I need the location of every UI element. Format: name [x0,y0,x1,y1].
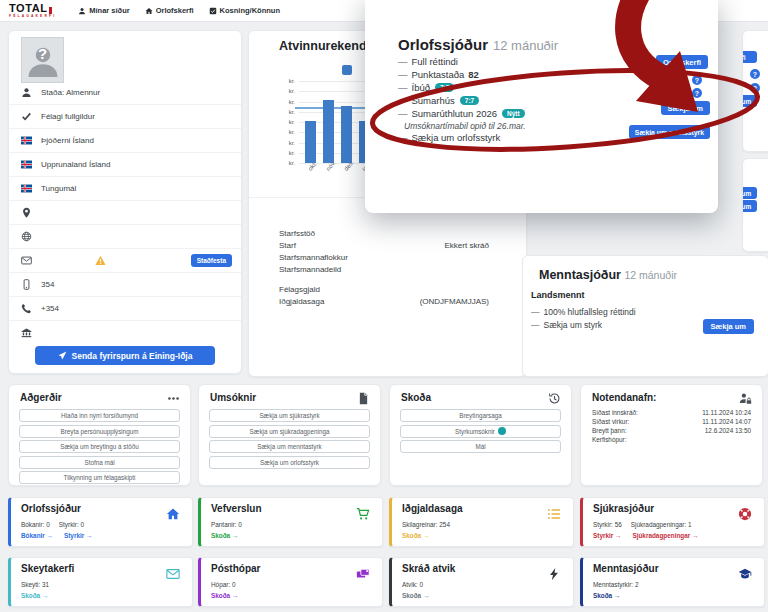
action-button[interactable]: Stofna mál [19,456,180,469]
person-icon [21,87,32,98]
user-row: Breytt þann:12.6.2024 13:50 [592,427,751,436]
detail-label: Starfsstöð [279,229,315,241]
logo-text: TOTAL [9,3,56,14]
stat-link[interactable]: Skoða → [211,592,238,599]
nav-item-kosning-konnun[interactable]: Kosning/Könnun [209,6,280,15]
action-button[interactable]: Hlaða inn nýrri forsíðumynd [19,409,180,422]
profile-row: Staða: Almennur [9,81,241,104]
stat-link[interactable]: Sjúkradagpeningar → [632,532,698,539]
action-button-label: Sækja um sjúkrastyrk [259,412,319,419]
profile-row: Félagi fullgildur [9,104,241,128]
location-pin-icon [21,207,32,218]
stat-links: Skoða → [211,532,249,539]
action-button-label: Breyta persónuupplýsingum [60,428,138,435]
help-icon[interactable]: ? [692,75,702,85]
stat-pair: Skilagreinar: 254 [402,521,450,528]
action-button-label: Mál [475,443,485,450]
popup-row: —Full réttindi [398,55,628,68]
stat-card-skeytakerfi: SkeytakerfiSkeyti: 31Skoða → [8,557,193,607]
verify-email-button[interactable]: Staðfesta [191,254,232,267]
nav-item-minar-sidur[interactable]: Mínar síður [78,6,129,15]
action-button[interactable]: Sækja um sjúkrastyrk [209,409,370,422]
profile-row: Tungumál [9,176,241,200]
action-button[interactable]: Sækja um breytingu á stöðu [19,440,180,453]
profile-row [9,320,241,344]
menntasjodur-row: —100% hlutfallsleg réttindi [531,307,636,317]
action-button[interactable]: Breyta persónuupplýsingum [19,425,180,438]
home-icon [166,507,180,521]
popup-row-value: 82 [468,69,479,80]
help-icon[interactable]: ? [750,83,760,93]
apply-button[interactable]: Sækja um [742,187,757,199]
grad-cap-icon [738,567,752,581]
action-button[interactable]: Styrkumsóknir [400,425,561,438]
stat-link[interactable]: Skoða → [21,592,48,599]
menntasjodur-apply-button[interactable]: Sækja um [703,319,754,334]
action-button[interactable]: Sækja um menntastyrk [209,440,370,453]
stat-card-vefverslun: VefverslunPantanir: 0Skoða → [198,497,383,547]
badge: 7:7 [435,83,454,92]
popup-row: —Punktastaða82 [398,68,628,81]
popup-row: —Sumarúthlutun 2026Nýtt [398,107,628,120]
nav-item-label: Mínar síður [89,6,129,15]
user-row: Síðast virkur:11.11.2024 14:07 [592,418,751,427]
orlofssjodur-card-underlying: Orlofskerfi ? ? Sækja um [742,30,768,152]
stat-link[interactable]: Styrkir → [593,532,621,539]
help-icon[interactable]: ? [692,88,702,98]
orlofskerfi-button[interactable]: Orlofskerfi [742,51,757,63]
action-button[interactable]: Breytingarsaga [400,409,561,422]
check-icon [21,111,32,122]
stat-card-title: Vefverslun [211,503,262,514]
warning-icon [95,255,106,266]
popup-row-text: Sumarúthlutun 2026 [412,108,498,119]
action-button[interactable]: Tilkynning um félagaskipti [19,471,180,484]
action-button[interactable]: Sækja um orlofsstyrk [209,456,370,469]
stat-link[interactable]: Skoða → [593,592,620,599]
profile-row [9,224,241,248]
action-card-1: UmsóknirSækja um sjúkrastyrkSækja um sjú… [198,384,381,486]
stat-link[interactable]: Skoða → [402,532,429,539]
avatar[interactable]: ? [21,37,64,83]
profile-rows: Staða: AlmennurFélagi fullgildurÞjóðerni… [9,81,241,344]
stat-values: Pantanir: 0 [211,521,251,528]
action-button-label: Tilkynning um félagaskipti [64,474,136,481]
dash: — [398,56,408,67]
stat-link[interactable]: Bókanir → [21,532,53,539]
stat-links: Skoða → [593,592,631,599]
send-inquiry-button[interactable]: Senda fyrirspurn á Eining-Iðja [35,346,215,365]
stat-card-title: Orlofssjóður [21,503,81,514]
holiday-grant-apply-button[interactable]: Sækja um orlofsstyrk [629,125,710,139]
popup-row: Umsóknartímabil opið til 26.mar. [398,120,628,131]
bank-icon [21,327,32,338]
screen: TOTAL FÉLAGAKERFI Mínar síðurOrlofskerfi… [0,0,768,612]
summer-allocation-apply-button[interactable]: Sækja um [661,101,710,115]
orlofssjodur-popup: Orlofssjóður12 mánuðir —Full réttindi—Pu… [365,0,718,213]
stat-card-title: Menntasjóður [593,563,659,574]
action-button-label: Sækja um orlofsstyrk [260,459,319,466]
menntasjodur-title: Menntasjóður 12 mánuðir [539,268,677,282]
detail-row: Starfsmannaflokkur [279,253,489,265]
apply-button[interactable]: Sækja um [742,200,757,212]
stat-card-orlofssj-ur: OrlofssjóðurBókanir: 0Styrkir: 0Bókanir … [8,497,193,547]
menntasjodur-subtitle: 12 mánuðir [624,269,677,281]
stat-links: Bókanir →Styrkir → [21,532,103,539]
action-button-label: Hlaða inn nýrri forsíðumynd [61,412,138,419]
stat-link[interactable]: Skoða → [211,532,238,539]
action-button[interactable]: Mál [400,440,561,453]
chart-y-tick: kr. [277,140,295,146]
stat-link[interactable]: Skoða → [402,592,429,599]
orlofskerfi-button[interactable]: Orlofskerfi [656,55,708,69]
stat-link[interactable]: Styrkir → [64,532,92,539]
stat-links: Skoða → [402,592,440,599]
detail-row: Starfsstöð [279,229,489,241]
nav-item-orlofskerfi[interactable]: Orlofskerfi [145,6,194,15]
apply-button[interactable]: Sækja um [742,95,757,107]
app-logo[interactable]: TOTAL FÉLAGAKERFI [9,3,56,18]
help-icon[interactable]: ? [750,69,760,79]
flag-iceland-icon [21,183,32,194]
stat-values: Hópar: 0 [211,581,245,588]
stat-values: Skilagreinar: 254 [402,521,459,528]
send-icon [58,351,67,360]
action-button[interactable]: Sækja um sjúkradagpeninga [209,425,370,438]
mobile-phone-icon [21,279,32,290]
